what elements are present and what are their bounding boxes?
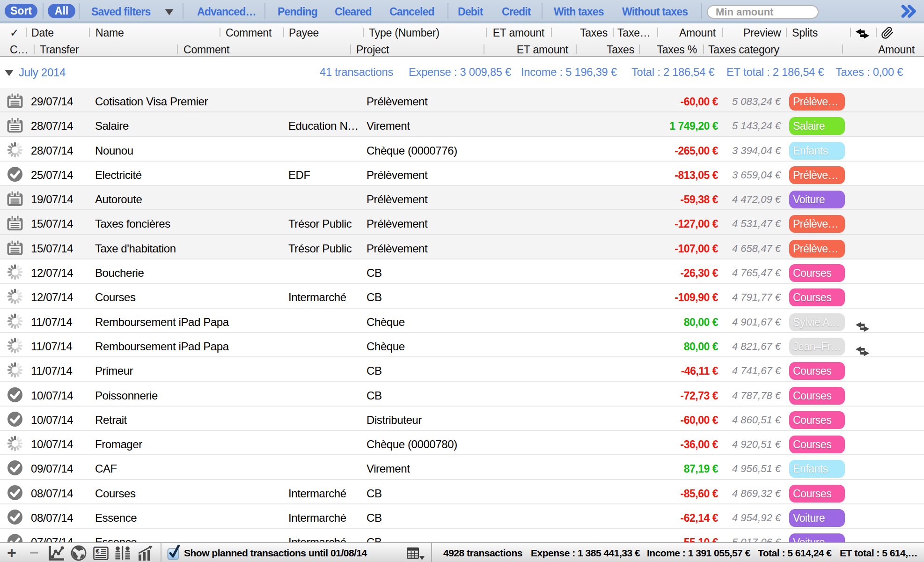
svg-text:€: €	[95, 547, 99, 555]
